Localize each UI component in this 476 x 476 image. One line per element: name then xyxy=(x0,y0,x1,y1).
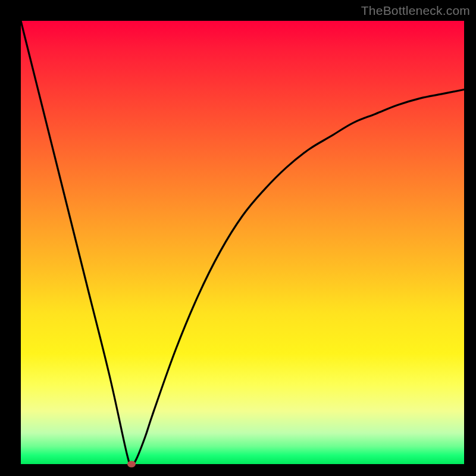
chart-plot-area xyxy=(21,21,464,464)
chart-frame: TheBottleneck.com xyxy=(0,0,476,476)
watermark-label: TheBottleneck.com xyxy=(361,4,470,18)
optimal-point-marker xyxy=(127,461,136,468)
bottleneck-curve xyxy=(21,21,464,464)
